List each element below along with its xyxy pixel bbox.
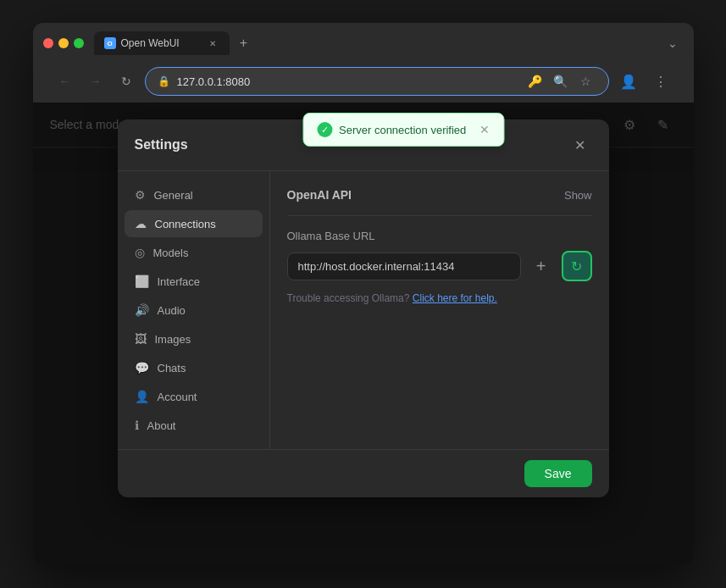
ollama-url-label: Ollama Base URL: [287, 230, 592, 242]
show-button[interactable]: Show: [564, 189, 592, 202]
about-icon: ℹ: [135, 419, 139, 432]
divider: [287, 215, 592, 216]
url-row: + ↻: [287, 251, 592, 281]
forward-button[interactable]: →: [84, 69, 108, 93]
search-icon[interactable]: 🔍: [551, 71, 571, 92]
browser-chrome: O Open WebUI ✕ + ⌄ ← → ↻ 🔒 127.0.0.1:808…: [33, 23, 694, 103]
tab-favicon: O: [104, 37, 116, 49]
sidebar-item-general[interactable]: ⚙ General: [125, 181, 263, 208]
connections-icon: ☁: [135, 217, 147, 230]
modal-title: Settings: [135, 137, 188, 153]
settings-modal: Settings ✕ ⚙ General ☁ Connections: [118, 119, 609, 497]
reload-button[interactable]: ↻: [114, 69, 138, 93]
modal-body: ⚙ General ☁ Connections ◎ Models ⬜: [118, 171, 609, 449]
browser-menu-button[interactable]: ⋮: [648, 69, 673, 94]
images-icon: 🖼: [135, 332, 147, 346]
refresh-connection-button[interactable]: ↻: [562, 251, 592, 281]
account-icon: 👤: [135, 390, 149, 403]
sidebar-label-interface: Interface: [158, 275, 201, 288]
sidebar-label-general: General: [154, 189, 193, 202]
active-tab[interactable]: O Open WebUI ✕: [94, 31, 230, 55]
sidebar-label-about: About: [147, 419, 176, 432]
openai-api-label: OpenAI API: [287, 188, 352, 202]
sidebar-item-audio[interactable]: 🔊 Audio: [125, 297, 263, 324]
address-lock-icon: 🔒: [158, 75, 170, 87]
sidebar-label-audio: Audio: [158, 304, 186, 317]
toast-notification: ✓ Server connection verified ✕: [302, 113, 504, 147]
tab-close-button[interactable]: ✕: [206, 36, 219, 50]
add-url-button[interactable]: +: [528, 252, 555, 280]
models-icon: ◎: [135, 246, 145, 259]
interface-icon: ⬜: [135, 275, 149, 288]
profile-button[interactable]: 👤: [616, 69, 641, 94]
browser-titlebar: O Open WebUI ✕ + ⌄: [43, 31, 684, 55]
tab-title: Open WebUI: [121, 37, 180, 49]
sidebar-item-chats[interactable]: 💬 Chats: [125, 354, 263, 381]
save-button[interactable]: Save: [524, 460, 592, 487]
sidebar-label-account: Account: [158, 391, 197, 403]
address-actions: 🔑 🔍 ☆: [525, 71, 596, 92]
star-icon[interactable]: ☆: [576, 71, 596, 92]
modal-footer: Save: [118, 449, 609, 497]
app-content: Select a model ⌄ + ⚙ ✎ ✓ Server connecti…: [33, 103, 694, 565]
browser-tabs: O Open WebUI ✕ +: [94, 31, 662, 55]
help-text: Trouble accessing Ollama? Click here for…: [287, 290, 592, 305]
sidebar-item-interface[interactable]: ⬜ Interface: [125, 268, 263, 295]
modal-close-button[interactable]: ✕: [568, 133, 592, 157]
sidebar-label-connections: Connections: [155, 218, 216, 230]
sidebar-item-connections[interactable]: ☁ Connections: [125, 210, 263, 237]
modal-sidebar: ⚙ General ☁ Connections ◎ Models ⬜: [118, 171, 270, 449]
close-traffic-light[interactable]: [43, 38, 53, 48]
openai-section-header: OpenAI API Show: [287, 188, 592, 202]
toast-check-icon: ✓: [317, 122, 332, 137]
traffic-lights: [43, 38, 84, 48]
maximize-traffic-light[interactable]: [74, 38, 84, 48]
general-icon: ⚙: [135, 188, 146, 202]
address-url: 127.0.0.1:8080: [177, 75, 518, 88]
ollama-url-input[interactable]: [287, 252, 521, 280]
sidebar-label-chats: Chats: [158, 362, 186, 374]
sidebar-label-images: Images: [155, 333, 191, 346]
sidebar-item-account[interactable]: 👤 Account: [125, 383, 263, 410]
maximize-button[interactable]: ⌄: [662, 32, 684, 54]
toast-message: Server connection verified: [339, 124, 466, 136]
browser-addressbar: ← → ↻ 🔒 127.0.0.1:8080 🔑 🔍 ☆ 👤 ⋮: [43, 62, 684, 103]
sidebar-label-models: Models: [153, 247, 189, 259]
modal-overlay: ✓ Server connection verified ✕ Settings …: [33, 103, 694, 565]
new-tab-button[interactable]: +: [233, 32, 255, 54]
address-bar[interactable]: 🔒 127.0.0.1:8080 🔑 🔍 ☆: [145, 67, 609, 96]
minimize-traffic-light[interactable]: [58, 38, 69, 48]
browser-window: O Open WebUI ✕ + ⌄ ← → ↻ 🔒 127.0.0.1:808…: [33, 23, 694, 565]
chats-icon: 💬: [135, 361, 149, 374]
sidebar-item-about[interactable]: ℹ About: [125, 412, 263, 439]
toast-close-button[interactable]: ✕: [479, 123, 490, 136]
key-icon[interactable]: 🔑: [525, 71, 546, 92]
modal-main: OpenAI API Show Ollama Base URL + ↻ Trou…: [270, 171, 609, 449]
help-link[interactable]: Click here for help.: [413, 292, 497, 304]
sidebar-item-images[interactable]: 🖼 Images: [125, 325, 263, 352]
help-prefix: Trouble accessing Ollama?: [287, 292, 413, 304]
back-button[interactable]: ←: [53, 69, 77, 93]
audio-icon: 🔊: [135, 303, 149, 317]
sidebar-item-models[interactable]: ◎ Models: [125, 239, 263, 266]
